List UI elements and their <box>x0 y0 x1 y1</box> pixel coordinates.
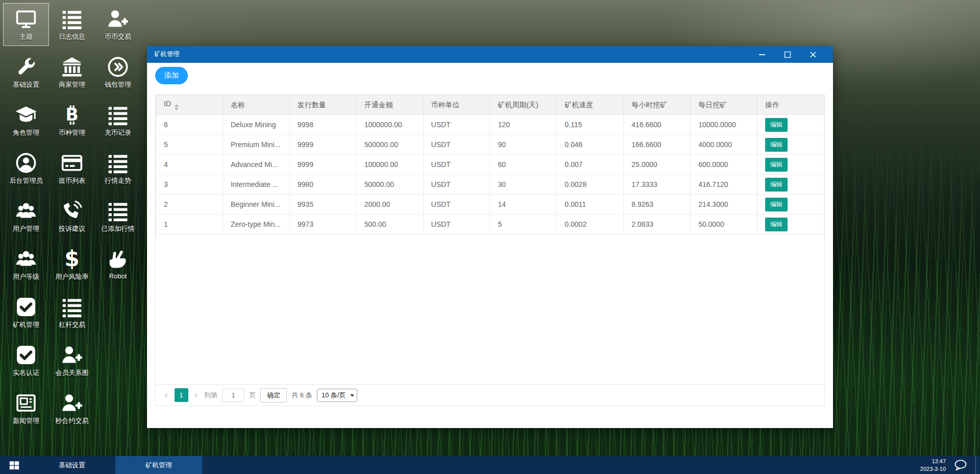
desktop-shortcut[interactable]: 用户管理 <box>3 195 49 238</box>
mining-machine-table: ID名称发行数量开通金额币种单位矿机周期(天)矿机速度每小时挖矿每日挖矿操作 6… <box>156 95 824 234</box>
desktop-shortcut[interactable]: 实名认证 <box>3 339 49 382</box>
desktop-shortcut[interactable]: 主题 <box>3 3 49 46</box>
cell-name: Premium Mini... <box>223 135 289 155</box>
column-header[interactable]: ID <box>156 96 223 115</box>
column-header: 币种单位 <box>423 96 490 115</box>
page-suffix-label: 页 <box>249 391 256 400</box>
page-size-select[interactable]: 10 条/页 <box>317 389 358 402</box>
desktop-shortcut[interactable]: 基础设置 <box>3 51 49 94</box>
desktop-shortcut[interactable]: B币种管理 <box>49 99 95 142</box>
desktop-shortcut[interactable]: 角色管理 <box>3 99 49 142</box>
sort-icon[interactable] <box>175 104 179 110</box>
desktop-shortcut[interactable]: 提币列表 <box>49 147 95 190</box>
newspaper-icon <box>15 392 37 414</box>
dollar-icon: $ <box>61 248 83 270</box>
check-square-icon <box>15 344 37 366</box>
desktop-shortcut[interactable]: 行情走势 <box>95 147 141 190</box>
desktop-shortcut-label: 币种管理 <box>59 128 85 137</box>
cell-actions: 编辑 <box>757 215 824 234</box>
edit-button[interactable]: 编辑 <box>765 158 788 172</box>
desktop-icon-row: 实名认证会员关系图 <box>3 339 141 382</box>
cell-issue: 9980 <box>289 175 356 195</box>
desktop-shortcut[interactable]: 用户等级 <box>3 243 49 286</box>
taskbar-tab[interactable]: 基础设置 <box>29 456 115 474</box>
cell-id: 6 <box>156 115 223 135</box>
desktop-shortcut[interactable]: $用户风险率 <box>49 243 95 286</box>
cell-name: Beginner Mini... <box>223 195 289 215</box>
taskbar-clock[interactable]: 13:47 2023-3-10 <box>918 458 948 473</box>
cell-open: 500000.00 <box>356 135 423 155</box>
desktop-shortcut[interactable]: 矿机管理 <box>3 291 49 334</box>
cell-daily: 214.3000 <box>691 195 757 215</box>
wallet-icon <box>107 56 129 78</box>
cell-unit: USDT <box>423 215 490 234</box>
desktop-icon-row: 矿机管理杠杆交易 <box>3 291 141 334</box>
page-size-value: 10 条/页 <box>322 391 346 400</box>
column-header: 操作 <box>757 96 824 115</box>
cell-issue: 9999 <box>289 155 356 175</box>
desktop-shortcut[interactable]: 新闻管理 <box>3 387 49 430</box>
edit-button[interactable]: 编辑 <box>765 138 788 152</box>
desktop-icon-row: 基础设置商家管理钱包管理 <box>3 51 141 94</box>
edit-button[interactable]: 编辑 <box>765 218 788 231</box>
desktop-shortcut[interactable]: 秒合约交易 <box>49 387 95 430</box>
notification-bubble-icon[interactable] <box>948 459 973 471</box>
desktop-shortcut[interactable]: 会员关系图 <box>49 339 95 382</box>
confirm-page-button[interactable]: 确定 <box>260 388 287 402</box>
next-page-button[interactable]: › <box>193 390 200 400</box>
page-input[interactable] <box>222 389 244 402</box>
column-header-label: 开通金额 <box>364 101 393 109</box>
edit-button[interactable]: 编辑 <box>765 178 788 192</box>
start-button[interactable] <box>0 456 29 474</box>
cell-issue: 9935 <box>289 195 356 215</box>
desktop-shortcut[interactable]: 充币记录 <box>95 99 141 142</box>
column-header-label: 矿机周期(天) <box>498 101 538 109</box>
cell-unit: USDT <box>423 155 490 175</box>
close-button[interactable] <box>800 46 826 63</box>
user-plus-icon <box>107 8 129 30</box>
maximize-button[interactable] <box>775 46 800 63</box>
add-button[interactable]: 添加 <box>155 67 188 84</box>
cell-hourly: 2.0833 <box>624 215 691 234</box>
desktop-shortcut[interactable]: 币币交易 <box>95 3 141 46</box>
show-desktop-button[interactable] <box>976 456 980 474</box>
column-header-label: 名称 <box>231 101 245 109</box>
minimize-button[interactable] <box>749 46 775 63</box>
desktop-shortcut[interactable]: 后台管理员 <box>3 147 49 190</box>
prev-page-button[interactable]: ‹ <box>163 390 170 400</box>
clock-time: 13:47 <box>920 458 946 465</box>
cell-open: 2000.00 <box>356 195 423 215</box>
desktop-icon-row: 后台管理员提币列表行情走势 <box>3 147 141 190</box>
desktop-shortcut[interactable]: Robot <box>95 243 141 286</box>
edit-button[interactable]: 编辑 <box>765 118 788 132</box>
user-plus-icon <box>61 392 83 414</box>
cell-issue: 9999 <box>289 135 356 155</box>
desktop-shortcut-label: 钱包管理 <box>105 80 131 89</box>
page-number-button[interactable]: 1 <box>175 388 188 402</box>
desktop-shortcut[interactable]: 商家管理 <box>49 51 95 94</box>
window-title: 矿机管理 <box>154 50 180 59</box>
cell-open: 100000.00 <box>356 155 423 175</box>
column-header-label: 每日挖矿 <box>698 101 727 109</box>
desktop-shortcut[interactable]: 投诉建议 <box>49 195 95 238</box>
desktop-shortcut[interactable]: 已添加行情 <box>95 195 141 238</box>
cell-id: 2 <box>156 195 223 215</box>
window-titlebar[interactable]: 矿机管理 <box>147 46 833 63</box>
column-header-label: 每小时挖矿 <box>631 101 667 109</box>
desktop-shortcut-label: 充币记录 <box>105 128 131 137</box>
svg-text:B: B <box>65 105 78 125</box>
desktop-shortcut-label: 新闻管理 <box>13 416 39 425</box>
desktop-shortcut-label: 实名认证 <box>13 368 39 377</box>
desktop-shortcut[interactable]: 钱包管理 <box>95 51 141 94</box>
desktop-shortcut[interactable]: 杠杆交易 <box>49 291 95 334</box>
bitcoin-icon: B <box>61 104 83 126</box>
cell-issue: 9973 <box>289 215 356 234</box>
desktop-shortcut-label: 商家管理 <box>59 80 85 89</box>
cell-open: 50000.00 <box>356 175 423 195</box>
cell-period: 5 <box>490 215 557 234</box>
edit-button[interactable]: 编辑 <box>765 198 788 211</box>
total-count-label: 共 6 条 <box>291 391 312 400</box>
taskbar-tab[interactable]: 矿机管理 <box>115 456 202 474</box>
users-icon <box>15 200 37 222</box>
desktop-shortcut[interactable]: 日志信息 <box>49 3 95 46</box>
